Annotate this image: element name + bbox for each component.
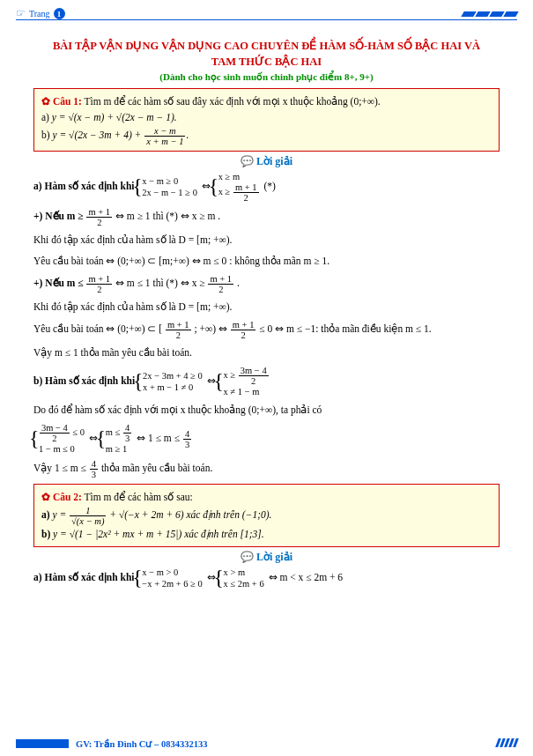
question-label: ✿ Câu 2: [41,492,82,502]
sol-line: Khi đó tập xác định của hàm số là D = [m… [33,232,500,248]
cases: x > m x ≤ 2m + 6 [220,567,264,589]
part-label: a) [41,112,52,122]
stripe-icon [503,11,518,17]
header-right [463,9,517,19]
stripe-icon [475,11,490,17]
fraction: x − m x + m − 1 [144,126,185,146]
stripe-icon [461,11,476,17]
question-label: ✿ Câu 1: [41,96,82,107]
solution-1: a) Hàm số xác định khi x − m ≥ 0 2x − m … [33,171,500,479]
question-text: Tìm m để các hàm số sau: [84,492,192,502]
stripe-icon [489,11,504,17]
footer-bar-icon [16,739,69,748]
part-label: b) [41,529,53,539]
question-box-1: ✿ Câu 1: Tìm m để các hàm số sau đây xác… [33,88,500,152]
header-left: ☞ Trang 1 [16,7,65,20]
cases: x ≥ m x ≥ m + 12 [215,171,260,203]
sol-a-lead: a) Hàm số xác định khi [33,181,137,191]
sol-plus1: +) Nếu m ≥ [33,211,85,221]
question-text: Tìm m để các hàm số sau đây xác định với… [84,96,380,107]
pointer-icon: ☞ [16,7,26,20]
title-line2: TAM THỨC BẬC HAI [211,56,322,68]
subtitle: (Dành cho học sinh muốn chinh phục điểm … [33,71,500,83]
part-label: a) [41,509,52,520]
part-label: b) [41,130,52,140]
cases: x − m ≥ 0 2x − m − 1 ≥ 0 [138,175,197,198]
sol-plus2: +) Nếu m ≤ [33,278,85,288]
sol-line: Do đó để hàm số xác định với mọi x thuộc… [33,402,500,419]
page-header: ☞ Trang 1 [16,7,517,20]
cases: m ≤ 43 m ≥ 1 [102,423,132,455]
cases: 3m − 42 ≤ 0 1 − m ≤ 0 [35,423,85,455]
sol-line: Vậy m ≤ 1 thỏa mãn yêu cầu bài toán. [33,345,500,361]
header-rule [16,19,517,20]
page: ☞ Trang 1 BÀI TẬP VẬN DỤNG VẬN DỤNG CAO … [0,0,533,756]
sol2-a-lead: a) Hàm số xác định khi [33,572,137,582]
sol-line: Khi đó tập xác định của hàm số là D = [m… [33,299,500,315]
cases: x − m > 0 −x + 2m + 6 ≥ 0 [138,567,202,589]
cases: x ≥ 3m − 42 x ≠ 1 − m [220,366,270,397]
part-b-pre: y = √(2x − 3m + 4) + [52,130,144,140]
solution-heading: Lời giải [33,155,500,168]
title-line1: BÀI TẬP VẬN DỤNG VẬN DỤNG CAO CHUYÊN ĐỀ … [53,40,480,52]
solution-2: a) Hàm số xác định khi x − m > 0 −x + 2m… [33,567,500,589]
page-number: 1 [54,8,65,19]
page-label: Trang [29,9,50,19]
solution-heading: Lời giải [33,551,500,564]
sol-line: Yêu cầu bài toán ⇔ (0;+∞) ⊂ [m;+∞) ⇔ m ≤… [33,253,500,270]
part-a-expr: y = √(x − m) + √(2x − m − 1). [52,112,177,122]
footer-text: GV: Trần Đình Cư – 0834332133 [76,738,207,749]
sol-b-lead: b) Hàm số xác định khi [33,375,137,386]
question-box-2: ✿ Câu 2: Tìm m để các hàm số sau: a) y =… [33,484,500,547]
title: BÀI TẬP VẬN DỤNG VẬN DỤNG CAO CHUYÊN ĐỀ … [33,39,500,70]
fraction: 1 √(x − m) [70,506,106,526]
page-footer: GV: Trần Đình Cư – 0834332133 [16,738,517,749]
cases: 2x − 3m + 4 ≥ 0 x + m − 1 ≠ 0 [139,370,203,393]
